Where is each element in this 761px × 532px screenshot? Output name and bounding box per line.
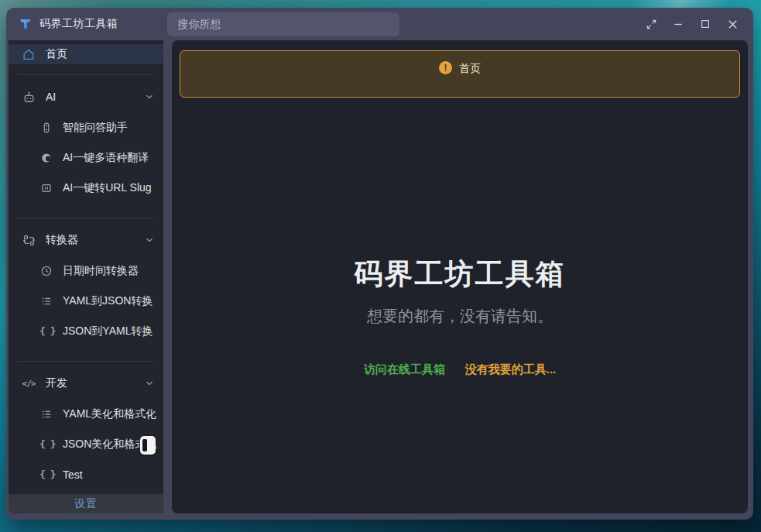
app-logo-icon <box>19 17 33 31</box>
app-window: 码界工坊工具箱 <box>6 8 753 520</box>
sidebar-item-label: 智能问答助手 <box>63 121 128 135</box>
transform-icon <box>22 233 36 247</box>
capsule-icon <box>39 121 53 135</box>
list-icon <box>39 294 53 308</box>
sidebar-item-label: AI一键转URL Slug <box>63 181 152 195</box>
hero-links: 访问在线工具箱 没有我要的工具... <box>364 362 557 377</box>
divider <box>18 74 154 75</box>
clock-icon <box>39 264 53 278</box>
braces-icon: { } <box>39 438 53 450</box>
missing-tool-link[interactable]: 没有我要的工具... <box>465 362 557 377</box>
panel-toggle-widget[interactable] <box>140 436 156 455</box>
braces-icon: { } <box>39 325 53 337</box>
section-label: 开发 <box>46 376 67 390</box>
hero: 码界工坊工具箱 想要的都有，没有请告知。 访问在线工具箱 没有我要的工具... <box>172 255 748 377</box>
sidebar-item-label: AI一键多语种翻译 <box>63 151 149 165</box>
banner-label: 首页 <box>459 62 481 76</box>
list-icon <box>39 407 53 421</box>
sidebar-item-qa-assistant[interactable]: 智能问答助手 <box>9 112 163 142</box>
sidebar-section-ai: AI 智能问答助手 <box>9 81 163 208</box>
section-header-ai[interactable]: AI <box>9 81 163 112</box>
search-input[interactable] <box>167 12 399 36</box>
hero-title: 码界工坊工具箱 <box>355 255 566 293</box>
sidebar-item-label: JSON到YAML转换 <box>63 324 153 338</box>
sidebar-item-url-slug[interactable]: AI一键转URL Slug <box>9 173 163 203</box>
divider <box>18 361 154 362</box>
contrast-icon <box>39 151 53 165</box>
close-icon[interactable] <box>722 14 742 34</box>
main-content: ! 首页 码界工坊工具箱 想要的都有，没有请告知。 访问在线工具箱 没有我要的工… <box>172 40 748 513</box>
chevron-down-icon <box>145 235 154 245</box>
home-icon <box>22 47 36 61</box>
sidebar-item-label: 日期时间转换器 <box>63 264 139 278</box>
sidebar-item-label: YAML到JSON转换 <box>63 294 153 308</box>
sidebar-item-label: Test <box>63 469 83 481</box>
settings-label: 设置 <box>74 497 98 511</box>
chevron-down-icon <box>145 379 154 388</box>
slug-icon <box>39 181 53 195</box>
sidebar-item-datetime-converter[interactable]: 日期时间转换器 <box>9 256 163 286</box>
sidebar-item-json-to-yaml[interactable]: { } JSON到YAML转换 <box>9 316 163 346</box>
titlebar: 码界工坊工具箱 <box>6 8 753 40</box>
minimize-icon[interactable] <box>668 14 688 34</box>
sidebar: 首页 AI <box>9 40 163 513</box>
hero-subtitle: 想要的都有，没有请告知。 <box>367 306 553 327</box>
divider <box>18 218 154 218</box>
section-header-dev[interactable]: </> 开发 <box>9 368 163 399</box>
section-header-converters[interactable]: 转换器 <box>9 225 163 256</box>
sidebar-item-yaml-to-json[interactable]: YAML到JSON转换 <box>9 286 163 316</box>
sidebar-item-ai-translate[interactable]: AI一键多语种翻译 <box>9 142 163 173</box>
sidebar-section-dev: </> 开发 <box>9 368 163 494</box>
settings-button[interactable]: 设置 <box>9 494 163 513</box>
section-label: 转换器 <box>46 233 78 247</box>
sidebar-item-yaml-beautify[interactable]: YAML美化和格式化 <box>9 399 163 429</box>
braces-icon: { } <box>39 469 53 480</box>
sidebar-item-home[interactable]: 首页 <box>9 44 163 64</box>
warning-banner[interactable]: ! 首页 <box>180 50 740 98</box>
code-icon: </> <box>22 379 36 389</box>
expand-icon[interactable] <box>641 14 661 34</box>
sidebar-item-label: YAML美化和格式化 <box>63 407 156 421</box>
window-controls <box>641 14 742 34</box>
online-toolbox-link[interactable]: 访问在线工具箱 <box>364 362 445 377</box>
robot-icon <box>22 90 36 104</box>
sidebar-section-converters: 转换器 日期时间转换器 <box>9 225 163 351</box>
warning-icon: ! <box>439 61 452 74</box>
sidebar-item-label: 首页 <box>46 47 67 61</box>
maximize-icon[interactable] <box>695 14 715 34</box>
chevron-down-icon <box>145 92 154 101</box>
sidebar-item-test[interactable]: { } Test <box>9 459 163 489</box>
app-title: 码界工坊工具箱 <box>39 17 118 31</box>
section-label: AI <box>46 91 56 103</box>
